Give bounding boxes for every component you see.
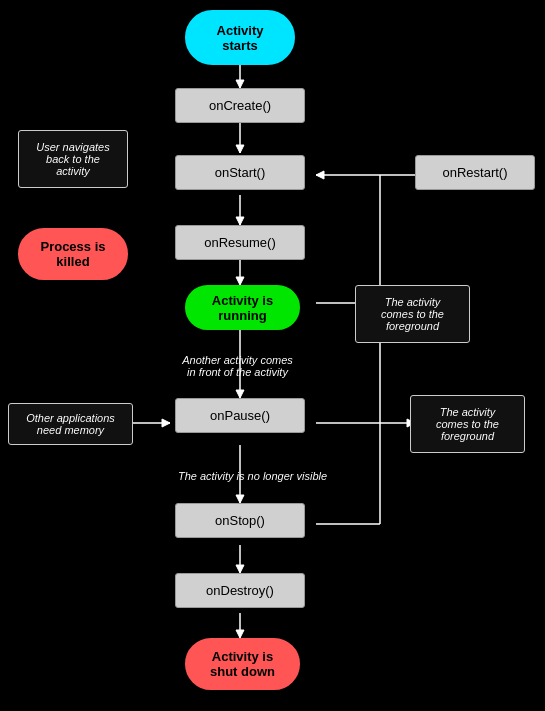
activity-shutdown-node: Activity isshut down: [185, 638, 300, 690]
activity-shutdown-label: Activity isshut down: [210, 649, 275, 679]
svg-marker-12: [236, 495, 244, 503]
on-create-label: onCreate(): [209, 98, 271, 113]
activity-lifecycle-diagram: Activitystarts onCreate() User navigates…: [0, 0, 545, 711]
on-destroy-node: onDestroy(): [175, 573, 305, 608]
activity-starts-node: Activitystarts: [185, 10, 295, 65]
svg-marker-26: [162, 419, 170, 427]
on-pause-label: onPause(): [210, 408, 270, 423]
on-restart-label: onRestart(): [442, 165, 507, 180]
foreground-text-1: The activitycomes to theforeground: [381, 296, 444, 332]
svg-marker-6: [236, 217, 244, 225]
activity-running-node: Activity isrunning: [185, 285, 300, 330]
on-create-node: onCreate(): [175, 88, 305, 123]
other-apps-label: Other applicationsneed memory: [8, 403, 133, 445]
another-activity-text: Another activity comesin front of the ac…: [182, 354, 293, 378]
svg-marker-18: [316, 171, 324, 179]
process-killed-node: Process iskilled: [18, 228, 128, 280]
foreground-label-2: The activitycomes to theforeground: [410, 395, 525, 453]
foreground-text-2: The activitycomes to theforeground: [436, 406, 499, 442]
activity-starts-label: Activitystarts: [217, 23, 264, 53]
process-killed-label: Process iskilled: [40, 239, 105, 269]
user-navigates-text: User navigatesback to theactivity: [36, 141, 109, 177]
no-longer-visible-text: The activity is no longer visible: [178, 470, 327, 482]
svg-marker-3: [236, 145, 244, 153]
svg-marker-16: [236, 630, 244, 638]
on-start-label: onStart(): [215, 165, 266, 180]
another-activity-label: Another activity comesin front of the ac…: [155, 345, 320, 387]
on-stop-label: onStop(): [215, 513, 265, 528]
on-destroy-label: onDestroy(): [206, 583, 274, 598]
foreground-label-1: The activitycomes to theforeground: [355, 285, 470, 343]
on-resume-label: onResume(): [204, 235, 276, 250]
svg-marker-8: [236, 277, 244, 285]
svg-marker-1: [236, 80, 244, 88]
on-restart-node: onRestart(): [415, 155, 535, 190]
activity-running-label: Activity isrunning: [212, 293, 273, 323]
user-navigates-label: User navigatesback to theactivity: [18, 130, 128, 188]
on-resume-node: onResume(): [175, 225, 305, 260]
no-longer-visible-label: The activity is no longer visible: [155, 463, 350, 488]
svg-marker-10: [236, 390, 244, 398]
on-pause-node: onPause(): [175, 398, 305, 433]
on-stop-node: onStop(): [175, 503, 305, 538]
svg-marker-14: [236, 565, 244, 573]
other-apps-text: Other applicationsneed memory: [26, 412, 115, 436]
on-start-node: onStart(): [175, 155, 305, 190]
